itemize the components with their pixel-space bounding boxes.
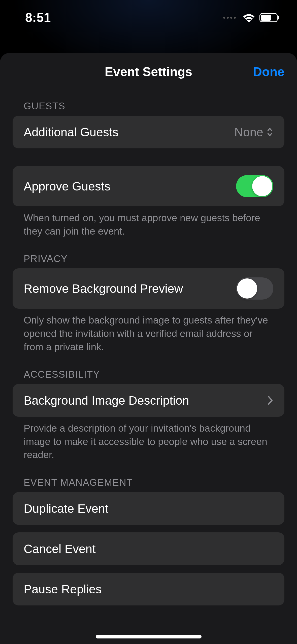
sheet-header: Event Settings Done <box>0 53 297 91</box>
remove-bg-preview-toggle[interactable] <box>236 277 273 300</box>
approve-guests-toggle[interactable] <box>236 175 273 197</box>
duplicate-event-label: Duplicate Event <box>24 502 108 516</box>
status-time: 8:51 <box>25 10 51 25</box>
status-indicators <box>223 13 279 22</box>
cancel-event-label: Cancel Event <box>24 542 96 556</box>
approve-guests-label: Approve Guests <box>24 179 110 193</box>
remove-bg-preview-label: Remove Background Preview <box>24 282 183 296</box>
additional-guests-value: None <box>234 125 273 139</box>
status-bar: 8:51 <box>0 0 297 35</box>
section-header-event-mgmt: EVENT MANAGEMENT <box>24 477 284 488</box>
duplicate-event-row[interactable]: Duplicate Event <box>13 492 284 525</box>
pause-replies-row[interactable]: Pause Replies <box>13 573 284 605</box>
bg-image-description-row[interactable]: Background Image Description <box>13 384 284 417</box>
approve-guests-row: Approve Guests <box>13 166 284 206</box>
home-indicator <box>96 635 202 638</box>
remove-bg-preview-row: Remove Background Preview <box>13 268 284 309</box>
additional-guests-value-text: None <box>234 125 263 139</box>
chevron-right-icon <box>267 395 273 405</box>
section-header-accessibility: ACCESSIBILITY <box>24 369 284 380</box>
section-header-guests: GUESTS <box>24 101 284 112</box>
additional-guests-label: Additional Guests <box>24 125 118 139</box>
bg-image-description-label: Background Image Description <box>24 394 189 407</box>
dots-indicator <box>223 17 236 19</box>
additional-guests-row[interactable]: Additional Guests None <box>13 116 284 148</box>
battery-icon <box>259 13 279 22</box>
settings-sheet: Event Settings Done GUESTS Additional Gu… <box>0 53 297 644</box>
done-button[interactable]: Done <box>253 65 284 79</box>
cancel-event-row[interactable]: Cancel Event <box>13 532 284 565</box>
section-header-privacy: PRIVACY <box>24 253 284 264</box>
updown-chevron-icon <box>266 127 273 137</box>
approve-guests-footer: When turned on, you must approve new gue… <box>24 211 273 238</box>
page-title: Event Settings <box>105 65 192 79</box>
bg-image-description-footer: Provide a description of your invitation… <box>24 422 273 462</box>
pause-replies-label: Pause Replies <box>24 582 102 596</box>
wifi-icon <box>242 13 255 22</box>
remove-bg-preview-footer: Only show the background image to guests… <box>24 314 273 353</box>
